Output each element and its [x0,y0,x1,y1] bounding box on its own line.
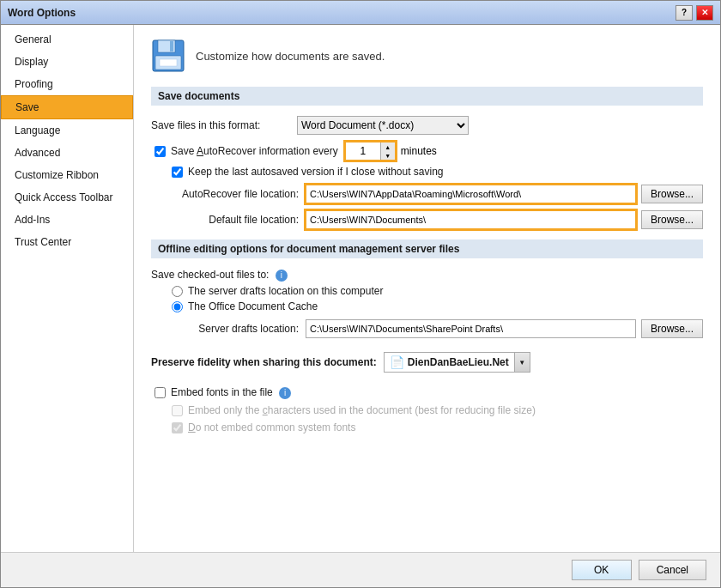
preserve-doc-name: DienDanBaeLieu.Net [408,356,509,368]
sidebar-item-general[interactable]: General [1,28,133,51]
embed-chars-checkbox[interactable] [172,405,183,416]
spin-down-button[interactable]: ▼ [381,151,395,160]
autorecover-row: Save AutoRecover information every ▲ ▼ m… [151,142,703,161]
sidebar-item-save[interactable]: Save [1,95,133,119]
autorecover-location-row: AutoRecover file location: Browse... [151,185,703,203]
sidebar: General Display Proofing Save Language A… [1,25,134,552]
minutes-label: minutes [401,145,437,157]
default-browse-button[interactable]: Browse... [641,210,703,229]
embed-fonts-label: Embed fonts in the file i [171,386,291,399]
close-button[interactable]: ✕ [696,5,713,21]
autorecover-path-input[interactable] [306,185,636,203]
preserve-doc-dropdown[interactable]: 📄 DienDanBaeLieu.Net ▼ [384,352,530,373]
no-common-fonts-label: Do not embed common system fonts [188,421,355,433]
office-cache-radio[interactable] [172,301,183,312]
floppy-icon [151,39,185,73]
save-checkedout-row: Save checked-out files to: i [151,269,703,282]
server-drafts-radio[interactable] [172,286,183,297]
word-options-dialog: Word Options ? ✕ General Display Proofin… [0,0,721,588]
embed-chars-label: Embed only the characters used in the do… [188,404,536,416]
save-documents-header: Save documents [151,87,703,106]
dialog-footer: OK Cancel [1,552,720,587]
spinbox-buttons: ▲ ▼ [380,142,395,160]
offline-header: Offline editing options for document man… [151,239,703,258]
content-subtitle: Customize how documents are saved. [196,50,385,63]
save-checkedout-label: Save checked-out files to: i [151,269,297,282]
no-common-fonts-checkbox[interactable] [172,422,183,433]
embed-fonts-row: Embed fonts in the file i [151,386,703,399]
autorecover-label: Save AutoRecover information every [171,145,338,157]
content-header: Customize how documents are saved. [151,39,703,73]
autorecover-minutes-input[interactable] [346,142,380,160]
content-area: Customize how documents are saved. Save … [134,25,720,552]
sidebar-item-language[interactable]: Language [1,119,133,142]
keep-last-label: Keep the last autosaved version if I clo… [188,166,444,178]
title-bar-buttons: ? ✕ [676,5,713,21]
office-cache-label: The Office Document Cache [188,300,318,312]
doc-icon: 📄 [390,355,404,369]
default-location-label: Default file location: [151,214,306,226]
sidebar-item-add-ins[interactable]: Add-Ins [1,209,133,231]
server-drafts-location-row: Server drafts location: Browse... [151,319,703,338]
embed-fonts-checkbox[interactable] [154,387,166,398]
sidebar-item-trust-center[interactable]: Trust Center [1,231,133,253]
keep-last-row: Keep the last autosaved version if I clo… [151,166,703,178]
no-common-fonts-row: Do not embed common system fonts [151,421,703,433]
autorecover-browse-button[interactable]: Browse... [641,185,703,203]
sidebar-item-customize-ribbon[interactable]: Customize Ribbon [1,164,133,186]
save-checkedout-info-icon[interactable]: i [276,270,288,282]
title-bar: Word Options ? ✕ [1,1,720,25]
preserve-header-label: Preserve fidelity when sharing this docu… [151,356,377,368]
office-cache-radio-row: The Office Document Cache [151,300,703,312]
server-drafts-path-input[interactable] [306,319,636,338]
spinbox-container: ▲ ▼ [345,142,396,161]
autorecover-checkbox[interactable] [154,146,166,157]
help-button[interactable]: ? [676,5,693,21]
doc-dropdown-content: 📄 DienDanBaeLieu.Net [385,354,514,371]
sidebar-item-quick-access[interactable]: Quick Access Toolbar [1,186,133,209]
spinbox-wrapper: ▲ ▼ [345,142,396,161]
save-format-label: Save files in this format: [151,119,297,131]
svg-rect-2 [170,41,173,52]
embed-fonts-info-icon[interactable]: i [279,387,291,399]
sidebar-item-advanced[interactable]: Advanced [1,142,133,164]
cancel-button[interactable]: Cancel [639,560,706,580]
embed-chars-row: Embed only the characters used in the do… [151,404,703,416]
spin-up-button[interactable]: ▲ [381,142,395,151]
keep-last-checkbox[interactable] [172,167,183,178]
dialog-body: General Display Proofing Save Language A… [1,25,720,552]
save-format-row: Save files in this format: Word Document… [151,116,703,135]
server-drafts-radio-row: The server drafts location on this compu… [151,285,703,297]
window-title: Word Options [8,7,76,19]
default-location-row: Default file location: Browse... [151,210,703,229]
default-path-input[interactable] [306,210,636,229]
autorecover-location-label: AutoRecover file location: [151,188,306,200]
save-format-select[interactable]: Word Document (*.docx) Word 97-2003 Docu… [297,116,469,135]
server-drafts-location-label: Server drafts location: [151,323,306,335]
doc-dropdown-arrow-icon[interactable]: ▼ [514,353,530,372]
sidebar-item-display[interactable]: Display [1,51,133,73]
ok-button[interactable]: OK [572,560,632,580]
server-drafts-label: The server drafts location on this compu… [188,285,383,297]
server-drafts-browse-button[interactable]: Browse... [641,319,703,338]
sidebar-item-proofing[interactable]: Proofing [1,73,133,95]
svg-rect-4 [160,59,177,66]
preserve-section: Preserve fidelity when sharing this docu… [151,349,703,376]
